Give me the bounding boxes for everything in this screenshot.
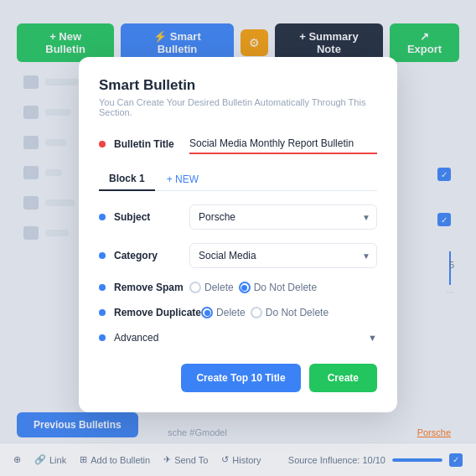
block-tabs: Block 1 + NEW xyxy=(99,168,377,191)
modal-overlay: Smart Bulletin You Can Create Your Desir… xyxy=(0,0,476,476)
category-field: Category Social Media ▼ xyxy=(99,243,377,268)
modal-title: Smart Bulletin xyxy=(99,77,377,94)
subject-select[interactable]: Porsche xyxy=(189,204,377,230)
bulletin-title-field: Bulletin Title xyxy=(99,134,377,154)
tab-block1[interactable]: Block 1 xyxy=(99,168,155,191)
subject-field: Subject Porsche ▼ xyxy=(99,204,377,230)
required-dot xyxy=(99,141,106,147)
radio-delete xyxy=(189,282,201,293)
subject-label: Subject xyxy=(114,211,189,223)
radio-no-delete-dup xyxy=(251,307,262,318)
dup-dot xyxy=(99,309,106,316)
chevron-down-icon: ▼ xyxy=(368,333,377,343)
smart-bulletin-modal: Smart Bulletin You Can Create Your Desir… xyxy=(79,57,397,412)
category-select[interactable]: Social Media xyxy=(189,243,377,268)
dup-no-delete-option[interactable]: Do Not Delete xyxy=(251,307,329,318)
spam-delete-option[interactable]: Delete xyxy=(189,282,234,293)
remove-duplicate-row: Remove Duplicate Delete Do Not Delete xyxy=(99,307,377,318)
advanced-label: Advanced xyxy=(114,332,158,344)
subject-dot xyxy=(99,214,106,220)
spam-no-delete-option[interactable]: Do Not Delete xyxy=(239,282,317,293)
radio-no-delete xyxy=(239,282,251,293)
radio-delete-dup xyxy=(201,307,213,318)
duplicate-radio-group: Delete Do Not Delete xyxy=(201,307,377,318)
remove-duplicate-label: Remove Duplicate xyxy=(114,307,201,318)
create-button[interactable]: Create xyxy=(309,364,377,392)
dup-delete-option[interactable]: Delete xyxy=(201,307,246,318)
tab-new[interactable]: + NEW xyxy=(158,168,207,190)
category-dot xyxy=(99,252,106,259)
adv-dot xyxy=(99,334,106,341)
spam-radio-group: Delete Do Not Delete xyxy=(189,282,377,293)
remove-spam-row: Remove Spam Delete Do Not Delete xyxy=(99,282,377,293)
bulletin-title-label: Bulletin Title xyxy=(114,138,189,150)
remove-spam-label: Remove Spam xyxy=(114,282,189,293)
modal-footer: Create Top 10 Title Create xyxy=(99,364,377,392)
advanced-row[interactable]: Advanced ▼ xyxy=(99,332,377,344)
category-select-wrapper: Social Media ▼ xyxy=(189,243,377,268)
subject-select-wrapper: Porsche ▼ xyxy=(189,204,377,230)
category-label: Category xyxy=(114,250,189,261)
modal-subtitle: You Can Create Your Desired Bulletin Aut… xyxy=(99,97,377,117)
create-top10-button[interactable]: Create Top 10 Title xyxy=(181,364,300,392)
bulletin-title-input[interactable] xyxy=(189,134,377,154)
spam-dot xyxy=(99,284,106,291)
